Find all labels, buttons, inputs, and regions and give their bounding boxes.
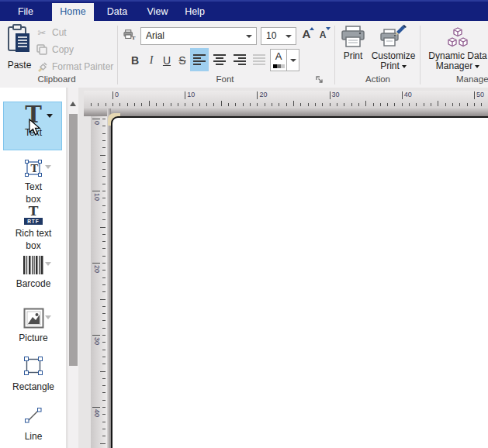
chevron-down-icon[interactable] (45, 262, 51, 266)
ruler-tick (102, 378, 106, 379)
font-family-combobox[interactable]: Arial (140, 27, 257, 45)
copy-button[interactable]: Copy (36, 43, 74, 57)
ruler-tick (100, 371, 106, 372)
ruler-tick (100, 299, 106, 300)
scrollbar-thumb[interactable] (69, 114, 78, 366)
scroll-up-arrow-icon[interactable] (70, 102, 76, 106)
ruler-tick (119, 103, 120, 106)
format-painter-icon (36, 60, 48, 73)
tool-line[interactable]: Line (0, 405, 67, 443)
ruler-tick (92, 263, 100, 264)
ruler-tick (102, 133, 106, 134)
ruler-tick (467, 103, 468, 106)
ruler-label: 20 (93, 265, 101, 273)
ruler-tick (102, 429, 106, 429)
chevron-down-icon[interactable] (45, 165, 51, 169)
strikethrough-button[interactable]: S (175, 50, 189, 71)
ruler-tick (102, 385, 106, 386)
chevron-down-icon[interactable] (246, 35, 252, 38)
ruler-tick (474, 91, 475, 99)
line-icon (23, 405, 43, 426)
ruler-tick (102, 400, 106, 401)
ruler-tick (102, 291, 106, 292)
ruler-tick (459, 103, 460, 106)
ruler-tick (92, 191, 100, 191)
ruler-tick (92, 119, 100, 119)
ruler-tick (91, 103, 92, 106)
rectangle-icon (23, 356, 43, 376)
print-button[interactable]: Print (337, 24, 369, 61)
ruler-tick (213, 103, 214, 106)
chevron-down-icon[interactable] (45, 315, 51, 319)
cut-icon: ✂ (36, 26, 48, 39)
toolbox-scrollbar[interactable] (68, 88, 78, 448)
bold-button[interactable]: B (127, 50, 143, 71)
ruler-tick (265, 103, 265, 106)
ruler-tick (351, 103, 352, 106)
ruler-tick (163, 103, 164, 106)
label-design-surface[interactable] (111, 116, 488, 448)
ribbon-separator (420, 26, 421, 84)
italic-button[interactable]: I (144, 50, 158, 71)
customize-print-button[interactable]: Customize Print (369, 24, 417, 71)
tool-rich-text-box[interactable]: T RTF Rich text box (0, 205, 67, 252)
menu-file[interactable]: File (9, 3, 42, 21)
align-right-button[interactable] (230, 48, 249, 71)
ruler-tick (387, 103, 388, 106)
ruler-tick (102, 407, 106, 408)
ruler-tick (102, 335, 106, 336)
paste-button[interactable]: Paste (3, 24, 36, 71)
ruler-label: 30 (332, 91, 340, 98)
shrink-font-button[interactable]: A (315, 27, 331, 44)
shrink-font-caret-icon (326, 27, 331, 30)
tool-picture[interactable]: Picture (0, 308, 67, 344)
tool-barcode[interactable]: Barcode (0, 256, 67, 290)
ruler-tick (98, 103, 99, 106)
ruler-tick (171, 103, 171, 106)
ruler-tick (112, 91, 113, 99)
grow-font-caret-icon (310, 27, 314, 30)
grow-font-button[interactable]: A (299, 27, 314, 44)
cut-button[interactable]: ✂ Cut (36, 26, 67, 40)
ruler-tick (394, 103, 395, 106)
tab-data[interactable]: Data (101, 3, 133, 21)
align-left-button[interactable] (190, 48, 209, 71)
font-dialog-launcher[interactable] (316, 74, 324, 82)
underline-button[interactable]: U (160, 50, 174, 71)
chevron-down-icon[interactable] (47, 114, 53, 118)
tab-view[interactable]: View (141, 3, 174, 21)
tab-home-active[interactable]: Home (52, 3, 94, 21)
svg-text:T: T (132, 35, 136, 41)
ruler-tick (424, 103, 424, 106)
management-group-label: Management (456, 74, 488, 85)
ruler-tick (344, 103, 344, 106)
ruler-tick (409, 103, 410, 106)
ruler-tick (337, 103, 337, 106)
ruler-tick (102, 320, 106, 321)
ruler-tick (221, 101, 222, 106)
ruler-tick (102, 414, 106, 415)
dynamic-data-manager-button[interactable]: Dynamic Data Manager (427, 24, 488, 71)
font-color-dropdown[interactable] (287, 50, 299, 71)
tool-text-box[interactable]: T Text box (0, 159, 67, 205)
ruler-tick (134, 103, 135, 106)
font-size-value: 10 (266, 30, 276, 41)
align-center-button[interactable] (210, 48, 229, 71)
ruler-tick (293, 101, 294, 106)
ruler-tick (286, 103, 287, 106)
ruler-label: 0 (93, 121, 101, 125)
tab-help[interactable]: Help (178, 3, 211, 21)
font-size-combobox[interactable]: 10 (261, 27, 296, 45)
font-color-button[interactable]: A (270, 49, 299, 71)
font-color-apply[interactable]: A (271, 50, 287, 71)
dynamic-data-manager-icon (427, 24, 488, 49)
align-justify-button[interactable] (250, 48, 268, 71)
format-painter-button[interactable]: Format Painter (36, 60, 113, 74)
ruler-tick (102, 256, 106, 257)
tool-rectangle[interactable]: Rectangle (0, 356, 67, 393)
ruler-tick (380, 103, 381, 106)
ruler-tick (322, 103, 323, 106)
chevron-down-icon[interactable] (286, 35, 292, 38)
ruler-tick (141, 103, 142, 106)
vertical-ruler: 010203040 (91, 109, 107, 448)
